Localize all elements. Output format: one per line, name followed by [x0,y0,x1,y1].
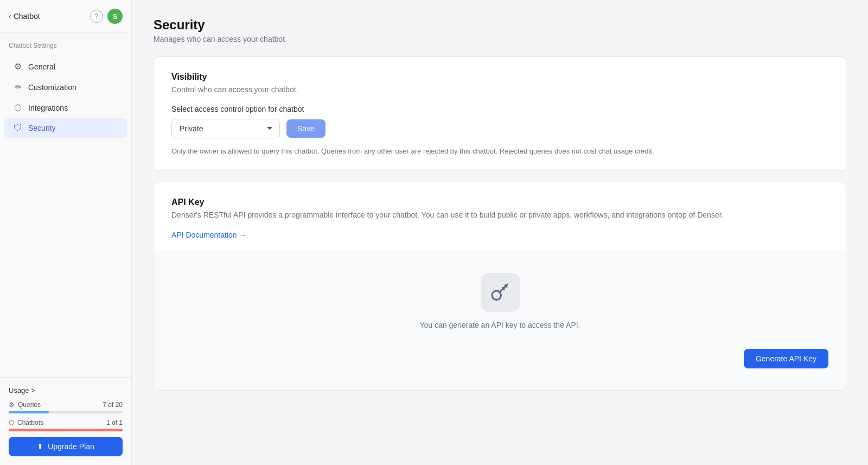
sidebar-item-general[interactable]: ⚙ General [4,56,127,77]
visibility-card-desc: Control who can access your chatbot. [171,85,828,94]
queries-label: Queries [18,401,41,409]
sidebar-item-customization[interactable]: ✏ Customization [4,77,127,97]
upgrade-icon: ⬆ [37,442,43,451]
sidebar-item-security[interactable]: 🛡 Security [4,118,127,138]
chatbots-usage-row: ⬡ Chatbots 1 of 1 [9,419,123,426]
main-content: Security Manages who can access your cha… [132,0,868,465]
api-key-empty-section: You can generate an API key to access th… [154,251,846,390]
access-control-select[interactable]: Private Public Protected [171,119,280,138]
page-subtitle: Manages who can access your chatbot [154,35,846,43]
sidebar-item-label: General [28,62,55,71]
upgrade-plan-button[interactable]: ⬆ Upgrade Plan [9,437,123,456]
sidebar-header: ‹ Chatbot ? S [0,0,131,33]
visibility-card-title: Visibility [171,72,828,82]
page-title: Security [154,17,846,33]
api-key-inner: You can generate an API key to access th… [419,273,580,340]
chatbots-count: 1 of 1 [106,419,123,426]
brush-icon: ✏ [13,82,23,92]
api-key-card-title: API Key [171,198,828,207]
queries-progress-fill [9,411,49,413]
queries-progress-bg [9,411,123,413]
queries-usage-row: ⚙ Queries 7 of 20 [9,401,123,409]
access-control-label: Select access control option for chatbot [171,105,828,113]
privacy-note: Only the owner is allowed to query this … [171,147,828,155]
sidebar-bottom: Usage > ⚙ Queries 7 of 20 ⬡ Chatbots 1 o… [0,377,131,465]
back-label: Chatbot [14,12,40,21]
chatbots-label: Chatbots [17,419,43,426]
select-row: Private Public Protected Save [171,119,828,138]
upgrade-label: Upgrade Plan [48,442,94,451]
api-key-bottom-row: Generate API Key [171,340,828,368]
api-key-card-desc: Denser's RESTful API provides a programm… [171,211,828,219]
queries-count: 7 of 20 [103,401,123,409]
api-key-card: API Key Denser's RESTful API provides a … [154,182,846,391]
chatbots-progress-fill [9,429,123,431]
shield-icon: 🛡 [13,123,23,133]
chatbots-progress-bg [9,429,123,431]
sidebar-section-label: Chatbot Settings [0,33,131,54]
sidebar: ‹ Chatbot ? S Chatbot Settings ⚙ General… [0,0,132,465]
integration-icon: ⬡ [13,103,23,113]
help-button[interactable]: ? [90,10,103,23]
gear-icon: ⚙ [13,61,23,72]
back-chevron-icon: ‹ [9,12,11,21]
api-docs-link[interactable]: API Documentation → [171,231,247,239]
key-icon-box [481,273,520,312]
key-icon [490,283,510,302]
sidebar-nav: ⚙ General ✏ Customization ⬡ Integrations… [0,54,131,377]
sidebar-item-integrations[interactable]: ⬡ Integrations [4,98,127,118]
generate-api-key-button[interactable]: Generate API Key [744,349,828,368]
chatbots-icon: ⬡ [9,419,14,426]
help-icon: ? [95,12,99,20]
back-button[interactable]: ‹ Chatbot [9,12,86,21]
visibility-card: Visibility Control who can access your c… [154,56,846,171]
usage-label[interactable]: Usage > [9,386,123,394]
sidebar-item-label: Integrations [28,104,68,112]
api-key-empty-text: You can generate an API key to access th… [419,321,580,329]
avatar[interactable]: S [107,9,123,24]
queries-icon: ⚙ [9,401,15,409]
save-button[interactable]: Save [286,119,326,138]
sidebar-item-label: Security [28,124,56,132]
sidebar-item-label: Customization [28,83,76,92]
